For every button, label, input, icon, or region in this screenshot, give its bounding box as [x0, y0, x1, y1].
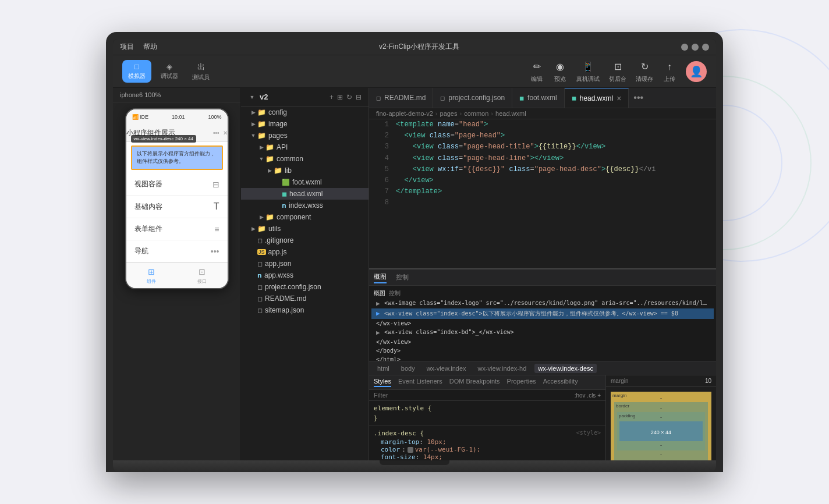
tab-more-btn[interactable]: •••: [629, 93, 648, 103]
phone-time: 10:01: [172, 114, 185, 120]
upload-icon: ↑: [663, 60, 676, 74]
simulator-label: 模拟器: [128, 72, 146, 80]
tree-item-image[interactable]: ▶ 📁 image: [241, 118, 369, 130]
tab-close-head[interactable]: ×: [617, 94, 621, 102]
phone-nav-api[interactable]: ⊡ 接口: [177, 263, 228, 288]
tree-item-pages[interactable]: ▼ 📁 pages: [241, 130, 369, 141]
device-debug-action[interactable]: 📱 真机调试: [576, 60, 600, 83]
padding-bottom-val: -: [660, 442, 662, 448]
tree-item-project-config[interactable]: ◻ project.config.json: [241, 281, 369, 293]
editor-and-devtools: ◻ README.md ◻ project.config.json ◼ foot…: [369, 88, 716, 460]
el-tab-wx-view-index[interactable]: wx-view.index: [423, 364, 470, 373]
collapse-icon[interactable]: ⊟: [356, 93, 362, 101]
tree-item-config[interactable]: ▶ 📁 config: [241, 107, 369, 118]
preview-action[interactable]: ◉ 预览: [553, 60, 567, 83]
tab-project-config[interactable]: ◻ project.config.json: [433, 88, 512, 108]
style-tab-properties[interactable]: Properties: [507, 378, 536, 387]
breadcrumb-common: common: [464, 110, 488, 117]
devtools-source-view: 概图 控制 ▶ <wx-image class="index-logo" src…: [369, 286, 716, 361]
api-nav-label: 接口: [197, 278, 207, 285]
style-tab-accessibility[interactable]: Accessibility: [543, 378, 578, 387]
phone-menu-item-1[interactable]: 视图容器 ⊟: [126, 173, 228, 196]
app-wxss-label: app.wxss: [264, 271, 293, 279]
clear-cache-label: 清缓存: [636, 75, 653, 83]
code-line-1: 1 <template name="head">: [369, 119, 716, 130]
file-tree-actions: + ⊞ ↻ ⊟: [330, 93, 362, 101]
phone-status-bar: 📶 IDE 10:01 100%: [126, 109, 228, 125]
tree-item-common[interactable]: ▼ 📁 common: [241, 153, 369, 165]
tree-item-index-wxss[interactable]: 𝗻 index.wxss: [241, 200, 369, 211]
source-header: 概图 控制: [371, 288, 714, 299]
upload-action[interactable]: ↑ 上传: [663, 60, 676, 83]
el-tab-wx-view-index-desc[interactable]: wx-view.index-desc: [534, 364, 597, 373]
style-tab-dom-breakpoints[interactable]: DOM Breakpoints: [449, 378, 500, 387]
tree-item-app-json[interactable]: ◻ app.json: [241, 258, 369, 269]
source-line-2: ▶ <wx-view class="index-desc">以下将展示小程序官方…: [371, 308, 714, 319]
user-avatar[interactable]: 👤: [686, 61, 707, 82]
styles-filter-input[interactable]: [374, 392, 575, 399]
background-icon: ⊡: [611, 60, 625, 74]
devtools-tab-overview[interactable]: 概图: [374, 271, 387, 283]
tree-item-utils[interactable]: ▶ 📁 utils: [241, 223, 369, 235]
phone-nav-components[interactable]: ⊞ 组件: [126, 263, 177, 288]
tree-item-foot-wxml[interactable]: 🟩 foot.wxml: [241, 176, 369, 188]
refresh-icon[interactable]: ↻: [346, 93, 352, 101]
background-action[interactable]: ⊡ 切后台: [609, 60, 626, 83]
pseudo-filter[interactable]: :hov .cls +: [575, 392, 601, 399]
border-top-val: -: [660, 405, 662, 411]
tab-head-wxml[interactable]: ◼ head.wxml ×: [565, 88, 629, 108]
tree-item-app-wxss[interactable]: 𝗻 app.wxss: [241, 269, 369, 281]
file-tree-header: ▼ v2 + ⊞ ↻ ⊟: [241, 88, 369, 107]
index-wxss-label: index.wxss: [289, 201, 323, 210]
el-tab-body[interactable]: body: [398, 364, 419, 373]
devtools-tab-control[interactable]: 控制: [396, 272, 409, 283]
close-btn[interactable]: [702, 44, 709, 51]
tree-item-app-js[interactable]: JS app.js: [241, 246, 369, 258]
box-margin-value: 10: [705, 378, 711, 384]
style-tab-event-listeners[interactable]: Event Listeners: [398, 378, 442, 387]
maximize-btn[interactable]: [692, 44, 699, 51]
simulator-btn[interactable]: □ 模拟器: [122, 60, 151, 83]
preview-icon: ◉: [553, 60, 567, 74]
element-breadcrumb-bar: html body wx-view.index wx-view.index-hd…: [369, 361, 716, 375]
phone-menu-item-4[interactable]: 导航 •••: [126, 240, 228, 262]
upload-label: 上传: [664, 75, 675, 83]
tree-item-readme[interactable]: ◻ README.md: [241, 293, 369, 304]
minimize-btn[interactable]: [681, 44, 688, 51]
el-tab-wx-view-index-hd[interactable]: wx-view.index-hd: [474, 364, 530, 373]
app-js-label: app.js: [268, 248, 287, 256]
laptop-notch: [380, 460, 449, 465]
file-tree-title: v2: [260, 93, 268, 101]
tree-item-component[interactable]: ▶ 📁 component: [241, 211, 369, 223]
phone-battery: 100%: [208, 114, 221, 120]
tree-item-lib[interactable]: ▶ 📁 lib: [241, 165, 369, 176]
style-tab-styles[interactable]: Styles: [374, 378, 391, 387]
simulator-panel: iphone6 100% 📶 IDE 10:01 100% 小程序组件展示 ••…: [113, 88, 241, 460]
tab-readme[interactable]: ◻ README.md: [369, 88, 433, 108]
new-folder-icon[interactable]: ⊞: [337, 93, 343, 101]
code-line-2: 2 <view class="page-head">: [369, 130, 716, 141]
components-nav-label: 组件: [147, 278, 156, 285]
code-editor[interactable]: 1 <template name="head"> 2 <view class="…: [369, 119, 716, 268]
phone-signal: 📶 IDE: [132, 114, 149, 120]
highlight-label: wx-view.index-desc 240 × 44: [131, 135, 197, 143]
debugger-btn[interactable]: ◈ 调试器: [156, 60, 183, 83]
phone-menu-item-3[interactable]: 表单组件 ≡: [126, 218, 228, 240]
edit-action[interactable]: ✏ 编辑: [530, 60, 544, 83]
menu-item-help[interactable]: 帮助: [143, 42, 157, 52]
tab-readme-label: README.md: [384, 94, 426, 102]
el-tab-html[interactable]: html: [374, 364, 393, 373]
tab-foot-wxml[interactable]: ◼ foot.wxml: [512, 88, 565, 108]
tree-item-gitignore[interactable]: ◻ .gitignore: [241, 235, 369, 246]
code-line-4: 4 <view class="page-head-line"></view>: [369, 153, 716, 164]
tester-btn[interactable]: 出 测试员: [187, 59, 214, 84]
tree-item-sitemap[interactable]: ◻ sitemap.json: [241, 304, 369, 316]
new-file-icon[interactable]: +: [330, 93, 334, 101]
clear-cache-action[interactable]: ↻ 清缓存: [636, 60, 653, 83]
menu-item-project[interactable]: 项目: [120, 42, 134, 52]
code-line-8: 8: [369, 197, 716, 208]
tree-item-head-wxml[interactable]: ◼ head.wxml: [241, 188, 369, 200]
phone-menu-label-1: 视图容器: [134, 179, 162, 189]
tree-item-api[interactable]: ▶ 📁 API: [241, 141, 369, 153]
phone-menu-item-2[interactable]: 基础内容 T: [126, 196, 228, 218]
